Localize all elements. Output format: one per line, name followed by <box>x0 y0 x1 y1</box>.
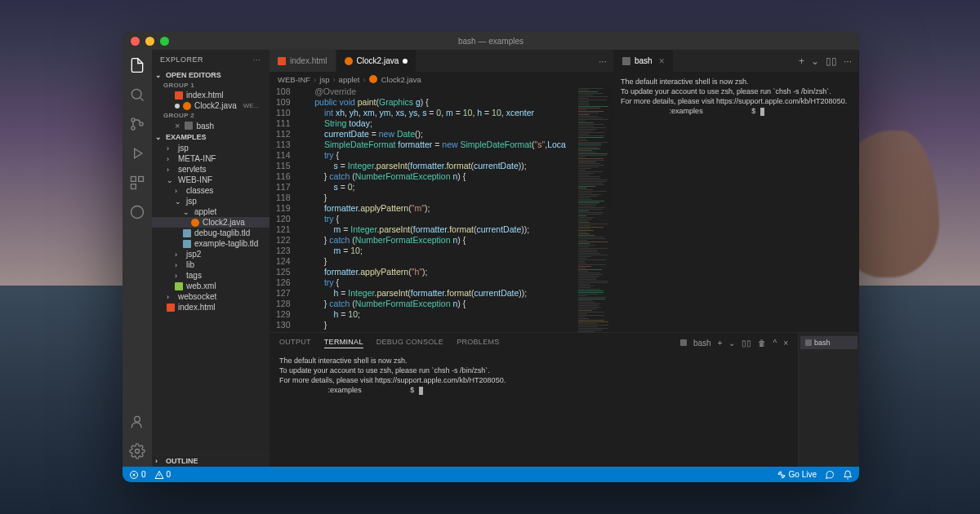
terminal-list-item[interactable]: bash <box>800 336 858 349</box>
folder-classes[interactable]: ›classes <box>152 185 270 196</box>
tab-problems[interactable]: PROBLEMS <box>457 338 499 348</box>
close-icon[interactable] <box>131 37 140 46</box>
tab-index[interactable]: index.html <box>270 50 336 72</box>
group-1-label: GROUP 1 <box>152 81 270 90</box>
current-shell-label: bash <box>693 339 711 348</box>
open-editor-bash[interactable]: ×bash <box>152 120 270 131</box>
go-live-button[interactable]: Go Live <box>777 470 817 480</box>
svg-point-11 <box>781 474 782 476</box>
svg-point-2 <box>131 126 135 130</box>
terminal-tabs: bash× + ⌄ ▯▯ ··· <box>614 50 858 72</box>
close-icon[interactable]: × <box>783 339 788 348</box>
search-icon[interactable] <box>128 86 146 104</box>
folder-websocket[interactable]: ›websocket <box>152 291 270 302</box>
account-icon[interactable] <box>128 413 146 431</box>
panel-tabs: OUTPUT TERMINAL DEBUG CONSOLE PROBLEMS b… <box>270 333 798 352</box>
more-icon[interactable]: ··· <box>252 55 261 64</box>
svg-point-3 <box>140 122 143 126</box>
extensions-icon[interactable] <box>128 174 146 192</box>
open-editor-index[interactable]: index.html <box>152 90 270 100</box>
svg-rect-6 <box>131 184 136 189</box>
chevron-down-icon[interactable]: ⌄ <box>728 339 735 348</box>
editor-tabs: index.html Clock2.java ··· <box>270 50 613 72</box>
chevron-down-icon[interactable]: ⌄ <box>811 55 819 67</box>
cursor-icon <box>760 108 764 116</box>
gear-icon[interactable] <box>128 442 146 460</box>
folder-webinf[interactable]: ⌄WEB-INF <box>152 175 270 185</box>
main-area: index.html Clock2.java ··· WEB-INF› jsp›… <box>270 50 859 467</box>
cursor-icon <box>419 387 423 395</box>
panel-terminal-list: bash <box>798 333 859 467</box>
window-title: bash — examples <box>458 37 523 46</box>
status-bar: 0 0 Go Live <box>122 467 859 482</box>
close-icon[interactable]: × <box>659 55 665 67</box>
sidebar: EXPLORER··· ⌄OPEN EDITORS GROUP 1 index.… <box>152 50 270 467</box>
file-example-taglib[interactable]: example-taglib.tld <box>152 238 270 249</box>
editor-group-2: bash× + ⌄ ▯▯ ··· The default interactive… <box>614 50 859 332</box>
file-debug-taglib[interactable]: debug-taglib.tld <box>152 228 270 238</box>
svg-point-0 <box>131 89 141 99</box>
folder-jsp[interactable]: ›jsp <box>152 143 270 153</box>
bell-icon[interactable] <box>843 470 853 480</box>
open-editor-clock2[interactable]: Clock2.javaWE... <box>152 100 270 111</box>
file-webxml[interactable]: web.xml <box>152 281 270 291</box>
folder-jsp2[interactable]: ›jsp2 <box>152 249 270 259</box>
folder-servlets[interactable]: ›servlets <box>152 164 270 175</box>
breadcrumbs[interactable]: WEB-INF› jsp› applet› Clock2.java <box>270 72 613 86</box>
folder-applet[interactable]: ⌄applet <box>152 206 270 217</box>
new-terminal-icon[interactable]: + <box>718 339 723 348</box>
tab-bash[interactable]: bash× <box>614 50 674 72</box>
svg-rect-4 <box>131 177 136 182</box>
maximize-icon[interactable]: ^ <box>773 339 777 348</box>
warnings-status[interactable]: 0 <box>154 470 172 480</box>
activity-bar <box>122 50 152 467</box>
open-editors-section[interactable]: ⌄OPEN EDITORS <box>152 69 270 81</box>
minimize-icon[interactable] <box>145 37 154 46</box>
feedback-icon[interactable] <box>825 470 835 480</box>
zoom-icon[interactable] <box>160 37 169 46</box>
svg-rect-5 <box>139 177 144 182</box>
line-gutter: 1081091101111121131141151161171181191201… <box>270 86 301 332</box>
tab-clock2[interactable]: Clock2.java <box>336 50 417 72</box>
minimap[interactable] <box>577 86 613 332</box>
tab-terminal[interactable]: TERMINAL <box>324 338 363 348</box>
more-icon[interactable]: ··· <box>844 55 852 67</box>
code-content[interactable]: @Override public void paint(Graphics g) … <box>301 86 577 332</box>
split-icon[interactable]: ▯▯ <box>742 339 751 348</box>
source-control-icon[interactable] <box>128 115 146 133</box>
folder-lib[interactable]: ›lib <box>152 259 270 270</box>
explorer-icon[interactable] <box>128 56 146 74</box>
code-editor[interactable]: 1081091101111121131141151161171181191201… <box>270 86 613 332</box>
new-terminal-icon[interactable]: + <box>799 55 804 67</box>
app-window: bash — examples EXPLORER··· ⌄OPEN EDITOR… <box>122 32 859 482</box>
folder-metainf[interactable]: ›META-INF <box>152 153 270 164</box>
svg-point-7 <box>131 206 144 219</box>
svg-point-1 <box>131 118 135 122</box>
tab-debug-console[interactable]: DEBUG CONSOLE <box>376 338 443 348</box>
outline-section[interactable]: ›OUTLINE <box>152 454 270 467</box>
modified-dot-icon <box>403 59 408 64</box>
trash-icon[interactable]: 🗑 <box>758 339 766 348</box>
debug-icon[interactable] <box>128 144 146 162</box>
folder-tags[interactable]: ›tags <box>152 270 270 281</box>
file-clock2[interactable]: Clock2.java <box>152 217 270 228</box>
panel-terminal-output[interactable]: The default interactive shell is now zsh… <box>270 352 798 467</box>
errors-status[interactable]: 0 <box>129 470 146 480</box>
edge-icon[interactable] <box>128 203 146 221</box>
file-indexhtml[interactable]: index.html <box>152 302 270 312</box>
workbench: EXPLORER··· ⌄OPEN EDITORS GROUP 1 index.… <box>122 50 859 467</box>
svg-point-8 <box>135 416 140 422</box>
project-section[interactable]: ⌄EXAMPLES <box>152 131 270 143</box>
sidebar-title: EXPLORER··· <box>152 50 270 69</box>
terminal-output[interactable]: The default interactive shell is now zsh… <box>614 72 858 332</box>
more-actions-icon[interactable]: ··· <box>599 55 607 67</box>
tab-output[interactable]: OUTPUT <box>279 338 311 348</box>
editor-group-1: index.html Clock2.java ··· WEB-INF› jsp›… <box>270 50 614 332</box>
svg-point-9 <box>136 450 140 454</box>
split-icon[interactable]: ▯▯ <box>826 55 837 67</box>
traffic-lights <box>131 37 169 46</box>
folder-jsp-inner[interactable]: ⌄jsp <box>152 196 270 206</box>
titlebar[interactable]: bash — examples <box>122 32 859 50</box>
group-2-label: GROUP 2 <box>152 111 270 120</box>
bottom-panel: OUTPUT TERMINAL DEBUG CONSOLE PROBLEMS b… <box>270 332 859 467</box>
